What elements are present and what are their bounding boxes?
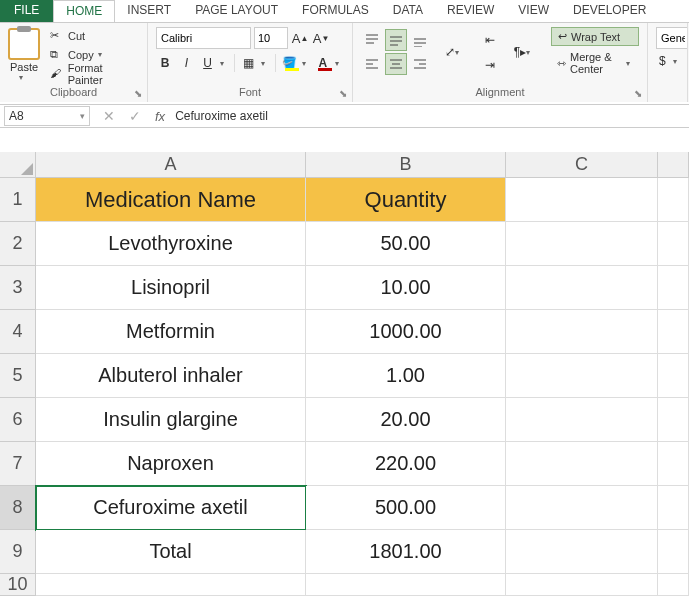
decrease-indent-button[interactable]: ⇤ [479,29,501,51]
cell-d8[interactable] [658,486,689,530]
cell-b2[interactable]: 50.00 [306,222,506,266]
cell-b9[interactable]: 1801.00 [306,530,506,574]
copy-dropdown[interactable]: ▾ [98,50,108,59]
row-header-4[interactable]: 4 [0,310,36,354]
orientation-button[interactable]: ⤢▾ [441,41,469,63]
cell-b1[interactable]: Quantity [306,178,506,222]
merge-dropdown[interactable]: ▾ [626,59,633,68]
alignment-launcher[interactable]: ⬊ [632,87,644,99]
tab-developer[interactable]: DEVELOPER [561,0,658,22]
cell-c2[interactable] [506,222,658,266]
border-button[interactable]: ▦ [240,53,258,73]
cut-button[interactable]: ✂Cut [50,27,139,44]
select-all-corner[interactable] [0,152,36,178]
row-header-2[interactable]: 2 [0,222,36,266]
cell-d5[interactable] [658,354,689,398]
cell-b4[interactable]: 1000.00 [306,310,506,354]
paste-icon[interactable] [8,28,40,60]
align-left-button[interactable] [361,53,383,75]
tab-insert[interactable]: INSERT [115,0,183,22]
cell-c10[interactable] [506,574,658,596]
cancel-formula-button[interactable]: ✕ [97,106,121,126]
fill-color-button[interactable]: 🪣 [281,53,299,73]
name-box[interactable]: A8▾ [4,106,90,126]
cell-d10[interactable] [658,574,689,596]
cell-a5[interactable]: Albuterol inhaler [36,354,306,398]
number-format-select[interactable] [656,27,688,49]
font-color-button[interactable]: A [314,53,332,73]
cell-a10[interactable] [36,574,306,596]
align-right-button[interactable] [409,53,431,75]
cell-c3[interactable] [506,266,658,310]
font-launcher[interactable]: ⬊ [337,87,349,99]
cell-d3[interactable] [658,266,689,310]
col-header-a[interactable]: A [36,152,306,178]
copy-button[interactable]: ⧉Copy▾ [50,46,139,63]
cell-c8[interactable] [506,486,658,530]
row-header-5[interactable]: 5 [0,354,36,398]
cell-c4[interactable] [506,310,658,354]
cell-b7[interactable]: 220.00 [306,442,506,486]
cell-a4[interactable]: Metformin [36,310,306,354]
cell-c7[interactable] [506,442,658,486]
cell-d9[interactable] [658,530,689,574]
tab-file[interactable]: FILE [0,0,53,22]
paste-button[interactable]: Paste [10,61,38,73]
cell-c9[interactable] [506,530,658,574]
currency-button[interactable]: $ [656,51,669,71]
align-top-button[interactable] [361,29,383,51]
currency-dropdown[interactable]: ▾ [673,57,679,66]
row-header-7[interactable]: 7 [0,442,36,486]
wrap-text-button[interactable]: ↩Wrap Text [551,27,639,46]
align-middle-button[interactable] [385,29,407,51]
cell-b10[interactable] [306,574,506,596]
font-name-input[interactable] [156,27,251,49]
cell-a2[interactable]: Levothyroxine [36,222,306,266]
accept-formula-button[interactable]: ✓ [123,106,147,126]
col-header-c[interactable]: C [506,152,658,178]
cell-d2[interactable] [658,222,689,266]
tab-formulas[interactable]: FORMULAS [290,0,381,22]
font-size-input[interactable] [254,27,288,49]
row-header-9[interactable]: 9 [0,530,36,574]
tab-view[interactable]: VIEW [506,0,561,22]
tab-home[interactable]: HOME [53,0,115,22]
cell-c5[interactable] [506,354,658,398]
cell-b8[interactable]: 500.00 [306,486,506,530]
tab-page-layout[interactable]: PAGE LAYOUT [183,0,290,22]
row-header-3[interactable]: 3 [0,266,36,310]
formula-input[interactable]: Cefuroxime axetil [171,109,268,123]
decrease-font-button[interactable]: A▼ [312,28,330,48]
italic-button[interactable]: I [177,53,195,73]
row-header-6[interactable]: 6 [0,398,36,442]
increase-indent-button[interactable]: ⇥ [479,54,501,76]
row-header-10[interactable]: 10 [0,574,36,596]
cell-d4[interactable] [658,310,689,354]
paste-dropdown[interactable]: ▾ [19,73,29,82]
underline-dropdown[interactable]: ▾ [220,59,229,68]
cell-a8[interactable]: Cefuroxime axetil [36,486,306,530]
cell-b3[interactable]: 10.00 [306,266,506,310]
row-header-8[interactable]: 8 [0,486,36,530]
cell-a1[interactable]: Medication Name [36,178,306,222]
tab-review[interactable]: REVIEW [435,0,506,22]
cell-d1[interactable] [658,178,689,222]
font-color-dropdown[interactable]: ▾ [335,59,344,68]
cell-a9[interactable]: Total [36,530,306,574]
cell-c1[interactable] [506,178,658,222]
row-header-1[interactable]: 1 [0,178,36,222]
col-header-b[interactable]: B [306,152,506,178]
cell-d6[interactable] [658,398,689,442]
bold-button[interactable]: B [156,53,174,73]
cell-a3[interactable]: Lisinopril [36,266,306,310]
fx-icon[interactable]: fx [155,109,165,124]
cell-c6[interactable] [506,398,658,442]
border-dropdown[interactable]: ▾ [261,59,270,68]
clipboard-launcher[interactable]: ⬊ [132,87,144,99]
fill-color-dropdown[interactable]: ▾ [302,59,311,68]
cell-b6[interactable]: 20.00 [306,398,506,442]
cell-d7[interactable] [658,442,689,486]
tab-data[interactable]: DATA [381,0,435,22]
ltr-button[interactable]: ¶▸▾ [511,41,539,63]
align-bottom-button[interactable] [409,29,431,51]
